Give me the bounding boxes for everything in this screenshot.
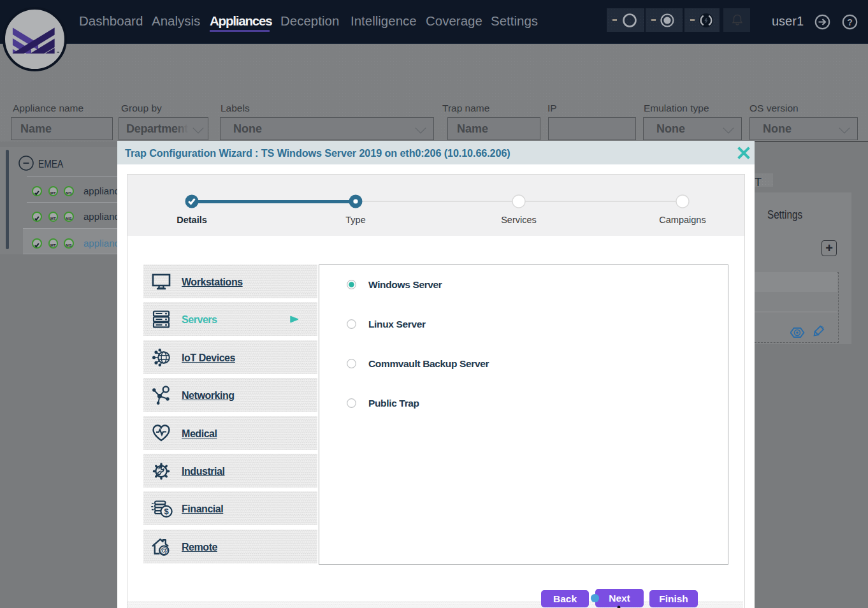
svg-text:$: $	[164, 507, 169, 516]
svg-text:?: ?	[847, 17, 853, 27]
svg-text:@: @	[160, 546, 168, 555]
